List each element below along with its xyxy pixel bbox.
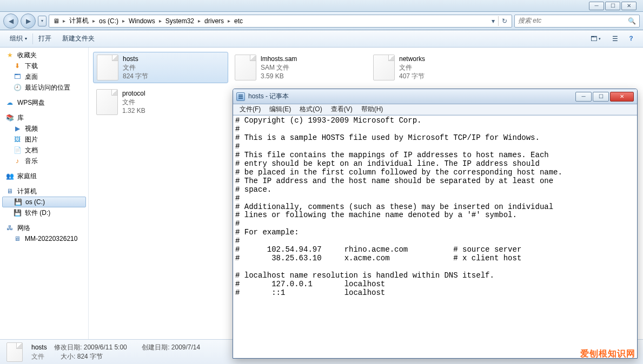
sidebar-item-label: 库 <box>17 113 24 123</box>
cloud-icon: ☁ <box>5 98 14 107</box>
file-type: 文件 <box>122 98 145 106</box>
menu-help[interactable]: 帮助(H) <box>357 105 388 114</box>
sidebar-item-label: WPS网盘 <box>17 98 45 107</box>
new-folder-button[interactable]: 新建文件夹 <box>57 30 100 47</box>
computer-icon: 🖥 <box>13 234 22 243</box>
search-placeholder: 搜索 etc <box>518 16 541 25</box>
notepad-window: hosts - 记事本 ─ ☐ ✕ 文件(F) 编辑(E) 格式(O) 查看(V… <box>233 89 638 359</box>
menu-file[interactable]: 文件(F) <box>235 105 265 114</box>
sidebar-item-label: 音乐 <box>25 157 38 166</box>
breadcrumb[interactable]: Windows <box>125 15 158 27</box>
document-icon: 📄 <box>13 146 22 154</box>
sidebar-item-pictures[interactable]: 🖼 图片 <box>0 134 88 145</box>
notepad-maximize-button[interactable]: ☐ <box>593 92 609 102</box>
details-modified-label: 修改日期: <box>54 343 82 351</box>
details-size-label: 大小: <box>61 353 75 360</box>
file-size: 407 字节 <box>399 72 425 80</box>
breadcrumb[interactable]: drivers <box>201 15 227 27</box>
file-item-protocol[interactable]: protocol 文件 1.32 KB <box>93 86 228 118</box>
sidebar-computer[interactable]: 🖥 计算机 <box>0 186 88 197</box>
network-icon: 🖧 <box>5 224 14 232</box>
file-icon <box>373 55 395 80</box>
path-separator-icon: ▸ <box>197 18 201 24</box>
path-separator-icon: ▸ <box>62 18 66 24</box>
file-name: protocol <box>122 89 145 98</box>
address-bar[interactable]: 🖥 ▸ 计算机 ▸ os (C:) ▸ Windows ▸ System32 ▸… <box>49 15 512 28</box>
sidebar-homegroup[interactable]: 👥 家庭组 <box>0 171 88 181</box>
sidebar-item-label: 最近访问的位置 <box>25 83 70 92</box>
music-icon: ♪ <box>13 157 22 165</box>
navigation-bar: ◀ ▶ ▾ 🖥 ▸ 计算机 ▸ os (C:) ▸ Windows ▸ Syst… <box>0 12 643 30</box>
address-refresh[interactable]: ▾ ↻ <box>488 15 511 28</box>
file-name: networks <box>399 55 425 63</box>
refresh-icon: ↻ <box>502 17 507 25</box>
drive-icon: 💾 <box>13 208 22 217</box>
back-button[interactable]: ◀ <box>3 14 18 29</box>
path-separator-icon: ▸ <box>122 18 125 24</box>
view-mode-button[interactable]: 🗔 ▾ <box>585 33 606 45</box>
library-icon: 📚 <box>5 113 14 122</box>
star-icon: ★ <box>5 51 14 59</box>
sidebar-item-label: MM-20220326210 <box>25 235 77 242</box>
path-separator-icon: ▸ <box>227 18 231 24</box>
sidebar-network[interactable]: 🖧 网络 <box>0 223 88 233</box>
open-button[interactable]: 打开 <box>33 30 57 47</box>
sidebar-item-drive-d[interactable]: 💾 软件 (D:) <box>0 207 88 218</box>
sidebar-item-label: 家庭组 <box>17 172 37 181</box>
sidebar-item-music[interactable]: ♪ 音乐 <box>0 156 88 166</box>
notepad-close-button[interactable]: ✕ <box>610 92 634 102</box>
recent-icon: 🕘 <box>13 83 22 92</box>
sidebar-libraries[interactable]: 📚 库 <box>0 112 88 123</box>
sidebar-item-label: 网络 <box>17 224 30 233</box>
close-button[interactable]: ✕ <box>621 2 637 10</box>
maximize-button[interactable]: ☐ <box>605 2 620 10</box>
file-item-lmhosts[interactable]: lmhosts.sam SAM 文件 3.59 KB <box>231 52 367 83</box>
help-button[interactable]: ？ <box>624 33 639 45</box>
file-icon <box>235 55 256 80</box>
sidebar-item-videos[interactable]: ▶ 视频 <box>0 123 88 134</box>
minimize-button[interactable]: ─ <box>589 2 604 10</box>
file-icon <box>96 89 118 115</box>
desktop-icon: 🗔 <box>13 72 22 81</box>
sidebar-item-label: os (C:) <box>25 198 45 206</box>
breadcrumb[interactable]: etc <box>231 15 246 27</box>
breadcrumb[interactable]: 计算机 <box>66 15 92 27</box>
breadcrumb[interactable]: System32 <box>162 15 197 27</box>
search-input[interactable]: 搜索 etc 🔍 <box>514 15 640 28</box>
menu-edit[interactable]: 编辑(E) <box>265 105 295 114</box>
breadcrumb[interactable]: os (C:) <box>96 15 122 27</box>
navigation-pane: ★ 收藏夹 ⬇ 下载 🗔 桌面 🕘 最近访问的位置 ☁ WPS网盘 <box>0 48 89 339</box>
menu-view[interactable]: 查看(V) <box>327 105 357 114</box>
computer-icon: 🖥 <box>5 187 14 196</box>
sidebar-item-network-pc[interactable]: 🖥 MM-20220326210 <box>0 233 88 244</box>
sidebar-item-documents[interactable]: 📄 文档 <box>0 145 88 156</box>
chevron-down-icon: ▾ <box>599 37 601 41</box>
sidebar-item-label: 文档 <box>25 146 38 155</box>
file-size: 1.32 KB <box>122 106 145 115</box>
file-name: lmhosts.sam <box>261 55 297 63</box>
file-item-hosts[interactable]: hosts 文件 824 字节 <box>93 52 228 83</box>
path-separator-icon: ▸ <box>92 18 96 24</box>
download-icon: ⬇ <box>13 62 22 70</box>
sidebar-item-recent[interactable]: 🕘 最近访问的位置 <box>0 82 88 93</box>
organize-label: 组织 <box>10 34 23 43</box>
forward-button[interactable]: ▶ <box>21 14 36 29</box>
notepad-text-area[interactable]: # Copyright (c) 1993-2009 Microsoft Corp… <box>233 115 637 358</box>
notepad-titlebar[interactable]: hosts - 记事本 ─ ☐ ✕ <box>233 89 637 104</box>
details-size-value: 824 字节 <box>77 353 103 360</box>
file-icon <box>6 342 23 362</box>
notepad-minimize-button[interactable]: ─ <box>575 92 592 102</box>
file-size: 824 字节 <box>123 72 148 80</box>
file-type: 文件 <box>123 63 148 72</box>
organize-button[interactable]: 组织 ▾ <box>4 30 32 47</box>
preview-pane-button[interactable]: ☰ <box>607 33 622 45</box>
sidebar-item-downloads[interactable]: ⬇ 下载 <box>0 60 88 71</box>
history-dropdown[interactable]: ▾ <box>38 16 47 26</box>
sidebar-wps[interactable]: ☁ WPS网盘 <box>0 97 88 108</box>
file-item-networks[interactable]: networks 文件 407 字节 <box>370 52 505 83</box>
sidebar-item-label: 下载 <box>25 62 38 71</box>
sidebar-item-drive-c[interactable]: 💾 os (C:) <box>2 197 86 207</box>
sidebar-item-desktop[interactable]: 🗔 桌面 <box>0 71 88 82</box>
menu-format[interactable]: 格式(O) <box>295 105 326 114</box>
sidebar-favorites[interactable]: ★ 收藏夹 <box>0 50 88 60</box>
